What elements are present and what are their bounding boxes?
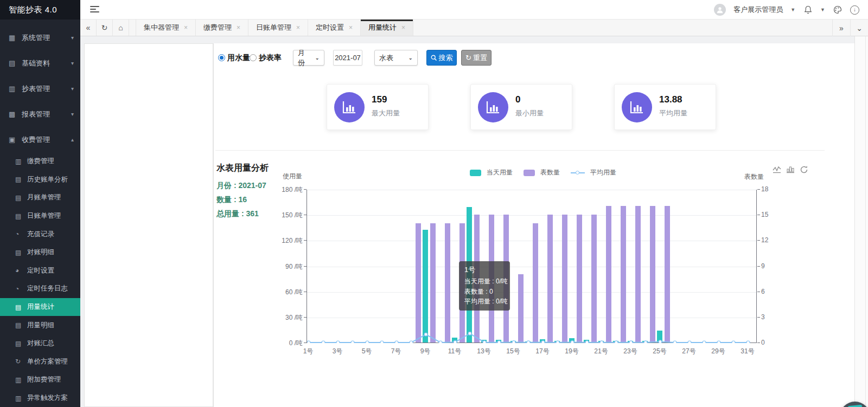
download-icon[interactable]: ↓: [850, 5, 859, 15]
tooltip-row: 平均用量 : 0/吨: [464, 296, 505, 307]
tab-item[interactable]: 定时设置×: [308, 20, 361, 36]
line-point-marker[interactable]: [541, 341, 545, 343]
sidebar-menu-item[interactable]: ▥抄表管理▾: [0, 76, 80, 101]
radio-reading-rate[interactable]: 抄表率: [250, 50, 282, 66]
wallet-icon: ▥: [15, 376, 23, 384]
line-point-marker[interactable]: [410, 341, 413, 343]
legend-line-marker[interactable]: [571, 172, 585, 173]
sidebar-submenu-item[interactable]: ▥附加费管理: [0, 371, 80, 389]
collapse-down-icon[interactable]: ⌄: [850, 20, 868, 36]
palette-icon[interactable]: [833, 5, 843, 15]
caret-down-icon: ▾: [71, 111, 74, 117]
line-point-marker[interactable]: [717, 341, 720, 343]
line-point-marker[interactable]: [600, 341, 603, 343]
line-point-marker[interactable]: [351, 341, 354, 343]
line-point-marker[interactable]: [732, 341, 735, 343]
line-point-marker[interactable]: [527, 341, 530, 343]
line-point-marker[interactable]: [615, 341, 618, 343]
legend-swatch-teal[interactable]: [470, 170, 481, 176]
tab-item[interactable]: 集中器管理×: [136, 20, 196, 36]
sidebar-submenu-item[interactable]: ▤历史账单分析: [0, 171, 80, 189]
line-point-marker[interactable]: [629, 341, 633, 343]
tab-close-icon[interactable]: ×: [349, 24, 353, 31]
tab-close-icon[interactable]: ×: [237, 24, 240, 31]
line-point-marker[interactable]: [673, 341, 676, 343]
chart-plot-area[interactable]: [307, 190, 757, 343]
right-axis-tick: [757, 215, 760, 215]
menu-fold-icon[interactable]: [90, 6, 99, 13]
line-point-marker[interactable]: [703, 341, 706, 343]
period-select[interactable]: 月份 ⌄: [293, 50, 324, 66]
refresh-icon[interactable]: [800, 165, 808, 174]
legend-swatch-purple[interactable]: [524, 170, 535, 176]
expand-right-icon[interactable]: »: [832, 20, 850, 36]
legend-label[interactable]: 表数量: [540, 168, 560, 177]
line-point-marker[interactable]: [571, 341, 574, 343]
tab-item[interactable]: 缴费管理×: [196, 20, 248, 36]
tooltip-row: 表数量 : 0: [464, 287, 505, 297]
line-point-marker[interactable]: [556, 341, 559, 343]
sidebar-submenu-item[interactable]: ↻单价方案管理: [0, 353, 80, 371]
radio-water-usage[interactable]: 用水量: [218, 50, 250, 66]
line-point-marker[interactable]: [644, 341, 647, 343]
reset-button[interactable]: ↻ 重置: [461, 50, 492, 66]
line-point-marker[interactable]: [380, 341, 384, 343]
line-point-marker[interactable]: [307, 341, 310, 343]
bell-caret-down-icon[interactable]: ▼: [820, 7, 825, 12]
caret-down-icon: ▾: [71, 60, 74, 66]
sidebar-menu-item[interactable]: ▣收费管理▴: [0, 127, 80, 152]
tab-item[interactable]: 日账单管理×: [248, 20, 308, 36]
user-name[interactable]: 客户展示管理员: [733, 5, 783, 15]
sidebar-submenu-item[interactable]: ▥缴费管理: [0, 152, 80, 171]
sidebar-menu-item[interactable]: ▩报表管理▾: [0, 101, 80, 127]
tab-close-icon[interactable]: ×: [296, 24, 300, 31]
search-button[interactable]: 搜索: [426, 50, 457, 66]
sidebar-submenu-item[interactable]: ▤对账汇总: [0, 334, 80, 353]
legend-label[interactable]: 平均用量: [590, 168, 616, 177]
line-point-marker[interactable]: [322, 341, 325, 343]
line-chart-icon[interactable]: [773, 165, 781, 174]
line-point-marker[interactable]: [585, 341, 589, 343]
bell-icon[interactable]: [803, 5, 813, 15]
tab-active[interactable]: 用量统计×: [361, 20, 413, 36]
chevron-down-icon: ⌄: [409, 55, 413, 61]
line-point-marker[interactable]: [659, 340, 662, 343]
line-point-marker[interactable]: [366, 341, 369, 343]
sidebar-menu-item[interactable]: ▤基础资料▾: [0, 50, 80, 76]
sidebar-submenu-item[interactable]: ◕定时设置: [0, 262, 80, 280]
sidebar-menu-item[interactable]: ▦系统管理▾: [0, 25, 80, 50]
sidebar-submenu-item[interactable]: ▥异常触发方案: [0, 389, 80, 407]
line-point-marker[interactable]: [336, 341, 340, 343]
sidebar-submenu-item[interactable]: ▤日账单管理: [0, 207, 80, 225]
line-point-marker[interactable]: [424, 333, 427, 336]
home-icon[interactable]: ⌂: [113, 20, 129, 36]
line-point-marker[interactable]: [454, 340, 457, 343]
refresh-tab-icon[interactable]: ↻: [97, 20, 113, 36]
x-axis-tick-label: 11号: [443, 347, 467, 356]
avatar[interactable]: [714, 4, 726, 16]
tab-close-icon[interactable]: ×: [184, 24, 188, 31]
bar-chart-icon[interactable]: [786, 165, 795, 174]
collapse-left-icon[interactable]: «: [80, 20, 97, 36]
sidebar-submenu-item[interactable]: ▤对账明细: [0, 243, 80, 262]
line-point-marker[interactable]: [497, 341, 501, 343]
sidebar-submenu-item[interactable]: ▤用量统计: [0, 298, 80, 316]
sidebar-submenu-item[interactable]: ▤月账单管理: [0, 189, 80, 207]
line-point-marker[interactable]: [746, 341, 750, 343]
sidebar-submenu-item[interactable]: ▤用量明细: [0, 316, 80, 334]
line-point-marker[interactable]: [439, 341, 442, 343]
line-point-marker[interactable]: [483, 341, 486, 343]
meter-type-select[interactable]: 水表 ⌄: [374, 50, 418, 66]
user-caret-down-icon[interactable]: ▼: [790, 7, 795, 12]
line-point-marker[interactable]: [468, 332, 471, 335]
tab-close-icon[interactable]: ×: [401, 24, 405, 31]
line-point-marker[interactable]: [688, 341, 691, 343]
sidebar-submenu-item[interactable]: ◔定时任务日志: [0, 280, 80, 298]
scroll-gutter[interactable]: [854, 36, 868, 407]
date-input[interactable]: [333, 50, 362, 66]
left-axis-tick: [304, 266, 307, 267]
legend-label[interactable]: 当天用量: [487, 168, 513, 177]
line-point-marker[interactable]: [512, 341, 515, 343]
sidebar-submenu-item[interactable]: ◔充值记录: [0, 225, 80, 243]
line-point-marker[interactable]: [395, 341, 398, 343]
